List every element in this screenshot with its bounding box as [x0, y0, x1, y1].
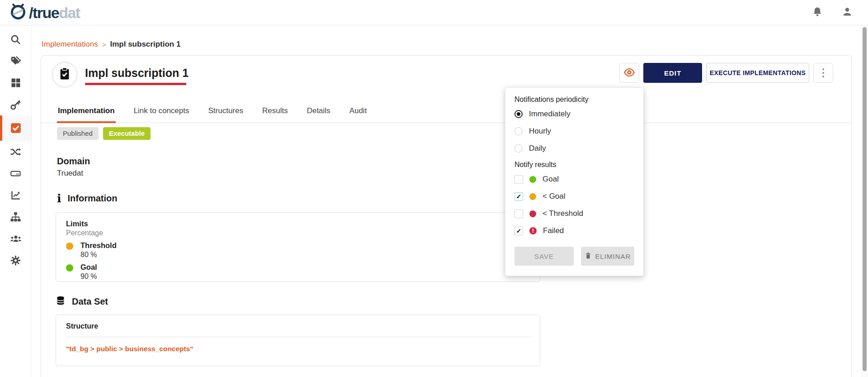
- sitemap-icon: [10, 211, 21, 223]
- checkbox-lt-threshold-label: < Threshold: [542, 209, 583, 218]
- tab-bar: Implementation Link to concepts Structur…: [41, 102, 851, 123]
- tab-implementation[interactable]: Implementation: [57, 102, 116, 123]
- lt-threshold-status-dot-icon: [529, 210, 536, 217]
- radio-option-daily[interactable]: Daily: [514, 140, 634, 157]
- dataset-heading-label: Data Set: [72, 296, 108, 307]
- vertical-scrollbar[interactable]: [861, 25, 868, 377]
- brand-secondary: dat: [59, 4, 80, 21]
- brand-logo[interactable]: /truedat: [9, 3, 80, 23]
- database-icon: [56, 296, 66, 308]
- checkbox-option-lt-goal[interactable]: < Goal: [514, 188, 634, 205]
- checkbox-failed-label: Failed: [543, 226, 564, 235]
- brand-wordmark: /truedat: [29, 5, 80, 20]
- dataset-section-heading: Data Set: [56, 296, 108, 308]
- breadcrumb-implementations-link[interactable]: Implementations: [42, 40, 98, 49]
- trash-icon: [585, 252, 592, 261]
- radio-daily-label: Daily: [529, 144, 546, 153]
- check-square-icon: [10, 122, 22, 134]
- sidebar-item-key[interactable]: [0, 94, 31, 115]
- sidebar-item-sitemap[interactable]: [0, 206, 31, 228]
- radio-daily[interactable]: [514, 144, 523, 153]
- user-menu-button[interactable]: [842, 6, 853, 19]
- notifications-bell-button[interactable]: [812, 6, 823, 19]
- gear-icon: [10, 255, 21, 266]
- dataset-box: Structure "td_bg > public > business_con…: [56, 315, 540, 366]
- notifications-popup: Notifications periodicity Immediately Ho…: [505, 87, 644, 276]
- sidebar-item-tags[interactable]: [0, 50, 31, 72]
- information-section-heading: i Information: [57, 193, 118, 204]
- checkbox-lt-goal-label: < Goal: [542, 192, 566, 201]
- notify-results-heading: Notify results: [514, 161, 634, 169]
- save-button[interactable]: SAVE: [514, 247, 574, 266]
- limit-entry-goal: Goal 90 %: [66, 263, 530, 281]
- radio-option-hourly[interactable]: Hourly: [514, 123, 634, 140]
- tab-audit[interactable]: Audit: [349, 102, 368, 123]
- brand-primary: true: [33, 4, 59, 21]
- more-options-kebab-button[interactable]: [813, 63, 833, 83]
- sidebar-item-settings[interactable]: [0, 249, 31, 271]
- sidebar-item-line-chart[interactable]: [0, 184, 31, 206]
- executable-badge: Executable: [103, 127, 151, 140]
- sidebar: [0, 25, 32, 377]
- goal-value: 90 %: [80, 272, 97, 281]
- popup-buttons: SAVE ELIMINAR: [514, 247, 634, 266]
- checkbox-goal[interactable]: [514, 175, 523, 184]
- goal-dot-icon: [66, 264, 73, 272]
- tab-link-to-concepts[interactable]: Link to concepts: [133, 102, 190, 123]
- checkbox-lt-threshold[interactable]: [514, 210, 523, 218]
- sidebar-item-user-group[interactable]: [0, 228, 31, 249]
- app-root: /truedat: [0, 0, 868, 377]
- limits-box: Limits Percentage Threshold 80 % Goal 90…: [56, 212, 540, 282]
- owl-logo-icon: [9, 3, 27, 23]
- status-badges: Published Executable: [57, 127, 151, 140]
- clipboard-check-icon: [58, 67, 71, 82]
- checkbox-lt-goal[interactable]: [514, 192, 523, 201]
- delete-button-label: ELIMINAR: [595, 253, 631, 260]
- execute-implementations-button[interactable]: EXECUTE IMPLEMENTATIONS: [706, 63, 809, 83]
- checkbox-option-failed[interactable]: ! Failed: [514, 222, 634, 239]
- info-icon: i: [57, 194, 61, 204]
- tab-details[interactable]: Details: [306, 102, 331, 123]
- checkbox-failed[interactable]: [514, 227, 523, 235]
- radio-hourly-label: Hourly: [529, 127, 551, 136]
- sidebar-item-grid[interactable]: [0, 72, 31, 94]
- user-group-icon: [10, 233, 22, 244]
- checkbox-option-lt-threshold[interactable]: < Threshold: [514, 205, 634, 222]
- header-actions: EDIT EXECUTE IMPLEMENTATIONS: [619, 63, 833, 83]
- failed-exclamation-icon: !: [529, 227, 537, 234]
- sidebar-item-shuffle[interactable]: [0, 141, 31, 162]
- delete-button[interactable]: ELIMINAR: [581, 247, 634, 266]
- threshold-label: Threshold: [80, 241, 117, 250]
- radio-immediately-label: Immediately: [529, 110, 571, 119]
- shuffle-icon: [10, 146, 21, 157]
- sidebar-item-storage[interactable]: [0, 162, 31, 184]
- breadcrumb-separator: >: [102, 41, 106, 48]
- title-underline: [85, 83, 186, 85]
- edit-button[interactable]: EDIT: [643, 63, 702, 83]
- line-chart-icon: [10, 190, 21, 200]
- storage-drive-icon: [10, 168, 21, 179]
- scrollbar-thumb[interactable]: [863, 27, 867, 371]
- tab-structures[interactable]: Structures: [207, 102, 244, 123]
- checkbox-option-goal[interactable]: Goal: [514, 171, 634, 188]
- published-badge: Published: [57, 127, 99, 140]
- radio-immediately[interactable]: [514, 110, 523, 118]
- breadcrumb: Implementations > Impl subscription 1: [42, 40, 180, 49]
- tab-results[interactable]: Results: [261, 102, 289, 123]
- bell-icon: [812, 6, 823, 19]
- implementation-avatar: [52, 62, 78, 88]
- limits-title: Limits: [66, 220, 530, 228]
- search-icon: [10, 34, 21, 45]
- radio-option-immediately[interactable]: Immediately: [514, 105, 634, 123]
- domain-value: Truedat: [57, 169, 90, 178]
- goal-status-dot-icon: [529, 176, 536, 183]
- threshold-dot-icon: [66, 243, 73, 250]
- tags-icon: [10, 56, 21, 67]
- lt-goal-status-dot-icon: [529, 193, 536, 200]
- preview-eye-button[interactable]: [619, 63, 639, 83]
- sidebar-item-search[interactable]: [0, 29, 31, 50]
- sidebar-item-quality-active[interactable]: [0, 115, 31, 141]
- periodicity-heading: Notifications periodicity: [514, 95, 634, 104]
- brand-slash: /: [29, 4, 33, 21]
- radio-hourly[interactable]: [514, 127, 523, 135]
